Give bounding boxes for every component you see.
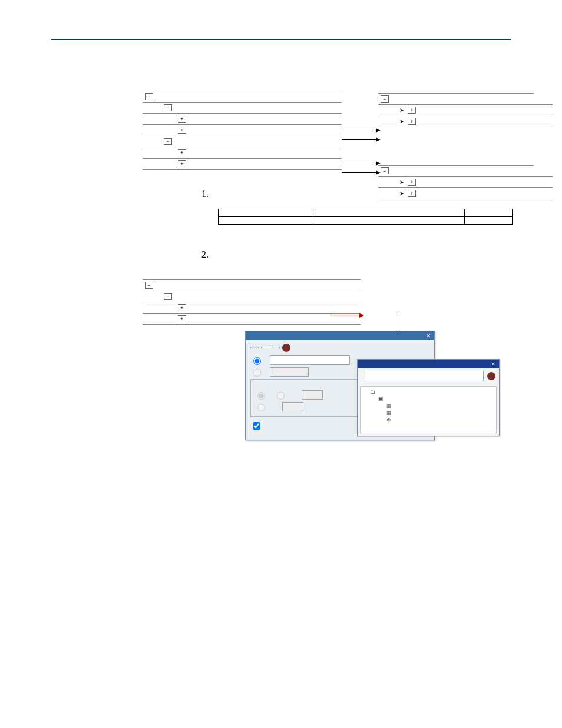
step-2: 2. <box>201 248 514 261</box>
path-browser-dialog: ✕ 🗀 ▣ ▦ ▦ ⊕ <box>357 359 500 436</box>
expand-icon: + <box>178 315 186 322</box>
step-number: 2. <box>201 248 218 261</box>
figure-tag-value: − − + + <box>143 277 555 325</box>
array-panel: − − + + − + + <box>143 91 342 170</box>
close-icon[interactable]: ✕ <box>426 332 431 339</box>
expand-icon: + <box>178 116 186 123</box>
expand-icon: + <box>178 160 186 167</box>
header-rule <box>51 39 511 40</box>
tab-communication[interactable] <box>261 347 269 348</box>
io-tree[interactable]: 🗀 ▣ ▦ ▦ ⊕ <box>360 386 497 433</box>
arrow-right-icon: ➤ <box>399 118 404 124</box>
arrow-icon <box>342 139 377 140</box>
section-heading <box>51 74 196 80</box>
expand-icon: + <box>408 179 416 186</box>
config-table <box>218 209 513 225</box>
arrow-icon <box>342 130 377 130</box>
backplane-icon: ▣ <box>378 396 384 401</box>
path-field[interactable] <box>270 355 350 365</box>
tab-configuration[interactable] <box>250 347 259 348</box>
callout-a <box>282 344 290 352</box>
expand-icon: + <box>408 118 416 125</box>
browser-path-field[interactable] <box>365 371 484 381</box>
tab-tag[interactable] <box>272 347 280 348</box>
expand-icon: + <box>178 304 186 311</box>
module-icon: ▦ <box>386 410 392 416</box>
arrow-icon <box>342 163 377 163</box>
sourcelink-field <box>282 402 303 411</box>
collapse-icon: − <box>381 95 389 103</box>
expand-icon: + <box>408 107 416 114</box>
arrow-icon <box>331 315 361 315</box>
arrow-icon <box>342 172 377 173</box>
th-type <box>313 209 465 217</box>
dialog-figure: ✕ <box>245 331 498 443</box>
close-icon[interactable]: ✕ <box>491 361 495 367</box>
ethernet-icon: ⊕ <box>386 417 391 423</box>
module-icon: ▦ <box>386 403 392 409</box>
collapse-icon: − <box>164 293 172 300</box>
collapse-icon: − <box>164 138 172 145</box>
collapse-icon: − <box>164 104 172 111</box>
broadcast-radio <box>253 369 261 377</box>
expand-icon: + <box>178 149 186 156</box>
td-type <box>313 217 465 225</box>
channel-field <box>302 390 323 400</box>
arrow-right-icon: ➤ <box>399 179 404 185</box>
collapse-icon: − <box>145 93 153 100</box>
path-radio[interactable] <box>253 357 261 365</box>
expand-icon: + <box>408 190 416 197</box>
td-scope <box>465 217 513 225</box>
callout-b <box>487 372 495 380</box>
connected-checkbox[interactable] <box>253 422 260 430</box>
step-number: 1. <box>201 187 218 200</box>
folder-icon: 🗀 <box>370 389 375 395</box>
figure-config-array: − − + + − + + − ➤+ ➤+ − ➤+ ➤+ <box>143 91 555 170</box>
collapse-icon: − <box>381 167 389 174</box>
collapse-icon: − <box>145 282 153 289</box>
cip-sourceid-radio <box>257 404 265 411</box>
th-tag <box>219 209 313 217</box>
expand-icon: + <box>178 127 186 134</box>
th-scope <box>465 209 513 217</box>
step-text <box>218 248 514 261</box>
arrow-right-icon: ➤ <box>399 107 404 113</box>
cip-radio <box>257 392 265 400</box>
td-tag <box>219 217 313 225</box>
dhplus-radio <box>277 392 285 400</box>
arrow-right-icon: ➤ <box>399 190 404 196</box>
broadcast-field <box>270 367 309 377</box>
